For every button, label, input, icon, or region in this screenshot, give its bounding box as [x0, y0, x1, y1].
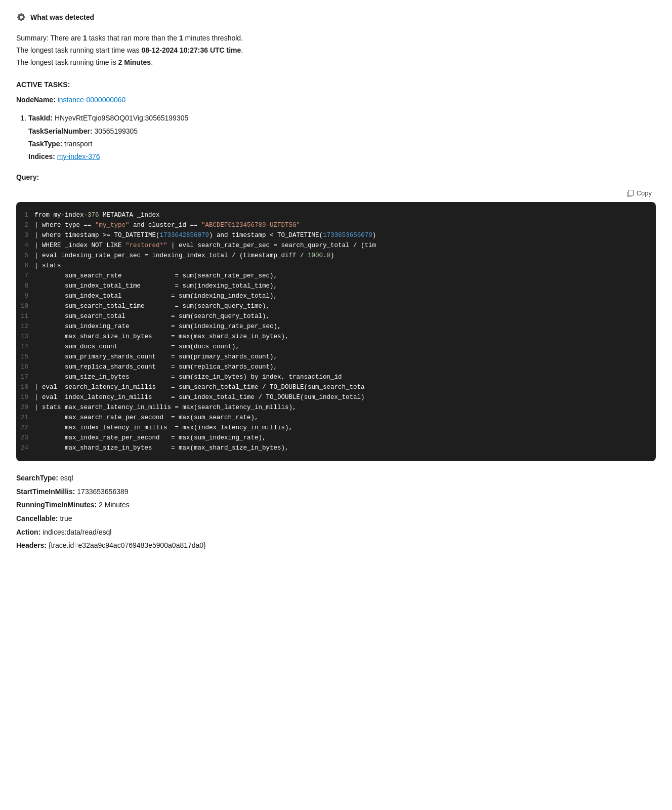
line-num-7: 7 [16, 271, 34, 281]
headers-label: Headers: [16, 541, 47, 549]
line-content-13: max_shard_size_in_bytes = max(max_shard_… [34, 332, 297, 342]
gear-icon [16, 12, 26, 22]
copy-button-label: Copy [637, 189, 652, 197]
line-num-2: 2 [16, 220, 34, 230]
code-line-8: 8 sum_index_total_time = sum(indexing_to… [16, 281, 656, 291]
line-content-10: sum_search_total_time = sum(search_query… [34, 301, 278, 311]
code-line-22: 22 max_index_latency_in_millis = max(ind… [16, 423, 656, 433]
threshold: 1 [179, 34, 183, 42]
task-id-label: TaskId: [28, 114, 53, 122]
line-content-1: from my-index-376 METADATA _index [34, 210, 168, 220]
header-title: What was detected [30, 13, 94, 21]
line-content-23: max_index_rate_per_second = max(sum_inde… [34, 433, 274, 443]
line-num-15: 15 [16, 352, 34, 362]
task-serial-value: 30565199305 [94, 127, 138, 135]
line-num-11: 11 [16, 311, 34, 321]
line-num-6: 6 [16, 261, 34, 271]
code-line-19: 19 | eval index_latency_in_millis = sum_… [16, 392, 656, 402]
query-label: Query: [16, 173, 656, 181]
summary-line1: Summary: There are 1 tasks that ran more… [16, 34, 243, 42]
copy-icon [626, 190, 634, 197]
start-time-label: StartTimeInMillis: [16, 488, 75, 496]
code-line-11: 11 sum_search_total = sum(search_query_t… [16, 311, 656, 321]
line-content-20: | stats max_search_latency_in_millis = m… [34, 402, 305, 413]
code-line-20: 20 | stats max_search_latency_in_millis … [16, 402, 656, 413]
line-content-8: sum_index_total_time = sum(indexing_tota… [34, 281, 285, 291]
code-line-18: 18 | eval search_latency_in_millis = sum… [16, 382, 656, 392]
node-name-link[interactable]: instance-0000000060 [58, 96, 126, 104]
code-block: 1 from my-index-376 METADATA _index 2 | … [16, 202, 656, 461]
line-num-14: 14 [16, 342, 34, 352]
line-content-21: max_search_rate_per_second = max(sum_sea… [34, 413, 267, 423]
copy-button[interactable]: Copy [622, 187, 656, 199]
line-num-24: 24 [16, 443, 34, 453]
cancellable-value: true [60, 514, 72, 522]
summary-line3: The longest task running time is 2 Minut… [16, 58, 153, 66]
headers-value: {trace.id=e32aa9c94ac0769483e5900a0a817d… [49, 541, 206, 549]
code-line-2: 2 | where type == "my_type" and cluster_… [16, 220, 656, 230]
node-label: NodeName: [16, 96, 56, 104]
summary-line2: The longest task running start time was … [16, 46, 243, 54]
code-line-5: 5 | eval indexing_rate_per_sec = indexin… [16, 251, 656, 261]
code-line-7: 7 sum_search_rate = sum(search_rate_per_… [16, 271, 656, 281]
line-content-9: sum_index_total = sum(indexing_index_tot… [34, 291, 285, 301]
code-line-12: 12 sum_indexing_rate = sum(indexing_rate… [16, 321, 656, 332]
start-time-value: 1733653656389 [77, 488, 128, 496]
line-content-17: sum_size_in_bytes = sum(size_in_bytes) b… [34, 372, 350, 382]
code-line-9: 9 sum_index_total = sum(indexing_index_t… [16, 291, 656, 301]
line-num-3: 3 [16, 230, 34, 240]
line-num-19: 19 [16, 392, 34, 402]
cancellable-row: Cancellable: true [16, 512, 656, 525]
start-time-row: StartTimeInMillis: 1733653656389 [16, 485, 656, 499]
cancellable-label: Cancellable: [16, 514, 58, 522]
line-num-9: 9 [16, 291, 34, 301]
line-content-16: sum_replica_shards_count = sum(replica_s… [34, 362, 285, 372]
code-line-3: 3 | where timestamp >= TO_DATETIME(17336… [16, 230, 656, 240]
tasks-count: 1 [83, 34, 87, 42]
line-content-2: | where type == "my_type" and cluster_id… [34, 220, 308, 230]
line-num-5: 5 [16, 251, 34, 261]
task-id-row: TaskId: HNyevRtETqio9S8OQ01Vig:305651993… [28, 112, 656, 125]
running-time-value: 2 Minutes [99, 501, 130, 509]
line-content-7: sum_search_rate = sum(search_rate_per_se… [34, 271, 285, 281]
line-num-17: 17 [16, 372, 34, 382]
running-time-row: RunningTimeInMinutes: 2 Minutes [16, 498, 656, 512]
task-serial-row: TaskSerialNumber: 30565199305 [28, 125, 656, 138]
code-line-21: 21 max_search_rate_per_second = max(sum_… [16, 413, 656, 423]
indices-row: Indices: my-index-376 [28, 150, 656, 163]
line-content-15: sum_primary_shards_count = sum(primary_s… [34, 352, 285, 362]
running-time-label: RunningTimeInMinutes: [16, 501, 97, 509]
running-time: 2 Minutes [118, 58, 151, 66]
line-content-18: | eval search_latency_in_millis = sum_se… [34, 382, 373, 392]
task-serial-label: TaskSerialNumber: [28, 127, 93, 135]
task-item: TaskId: HNyevRtETqio9S8OQ01Vig:305651993… [28, 112, 656, 163]
line-num-16: 16 [16, 362, 34, 372]
task-type-row: TaskType: transport [28, 138, 656, 150]
metadata-section: SearchType: esql StartTimeInMillis: 1733… [16, 471, 656, 552]
action-label: Action: [16, 528, 40, 536]
active-tasks-label: ACTIVE TASKS: [16, 80, 656, 89]
task-list: TaskId: HNyevRtETqio9S8OQ01Vig:305651993… [28, 112, 656, 163]
line-num-4: 4 [16, 240, 34, 251]
search-type-value: esql [60, 474, 73, 482]
code-line-13: 13 max_shard_size_in_bytes = max(max_sha… [16, 332, 656, 342]
line-content-6: | stats [34, 261, 69, 271]
task-type-value: transport [64, 140, 92, 148]
indices-link[interactable]: my-index-376 [57, 152, 100, 160]
search-type-row: SearchType: esql [16, 471, 656, 485]
line-num-21: 21 [16, 413, 34, 423]
start-time: 08-12-2024 10:27:36 UTC time [141, 46, 241, 54]
line-num-22: 22 [16, 423, 34, 433]
action-row: Action: indices:data/read/esql [16, 525, 656, 539]
copy-row: Copy [16, 187, 656, 199]
line-num-8: 8 [16, 281, 34, 291]
headers-row: Headers: {trace.id=e32aa9c94ac0769483e59… [16, 539, 656, 552]
line-content-3: | where timestamp >= TO_DATETIME(1733642… [34, 230, 384, 240]
line-num-20: 20 [16, 402, 34, 413]
line-num-1: 1 [16, 210, 34, 220]
header-section: What was detected [16, 12, 656, 22]
action-value: indices:data/read/esql [43, 528, 111, 536]
line-content-11: sum_search_total = sum(search_query_tota… [34, 311, 278, 321]
line-content-14: sum_docs_count = sum(docs_count), [34, 342, 247, 352]
task-id-value: HNyevRtETqio9S8OQ01Vig:30565199305 [55, 114, 188, 122]
